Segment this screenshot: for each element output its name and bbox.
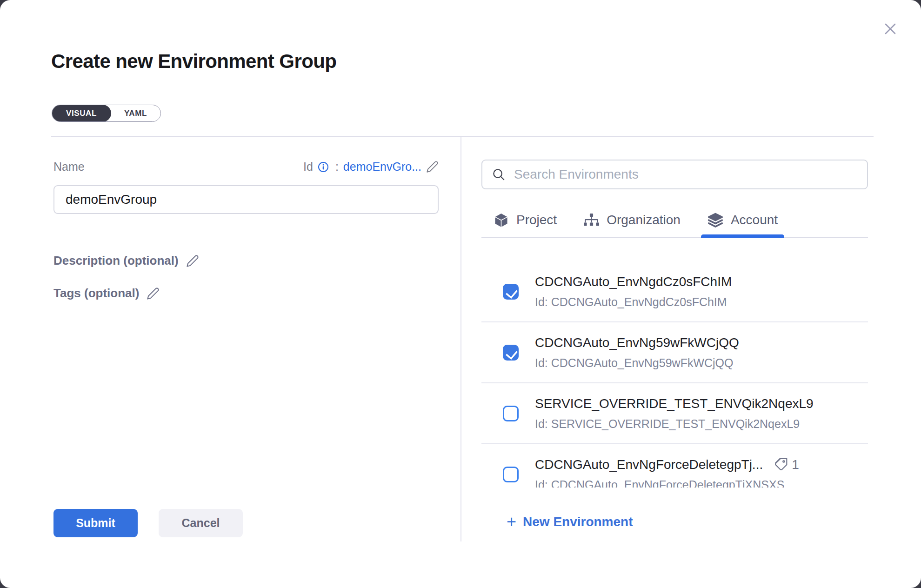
- tab-account-label: Account: [731, 213, 778, 227]
- new-environment-button[interactable]: + New Environment: [507, 514, 633, 530]
- environment-checkbox[interactable]: [503, 345, 519, 361]
- environment-checkbox[interactable]: [503, 467, 519, 482]
- pencil-icon: [186, 254, 199, 267]
- tab-organization-label: Organization: [607, 213, 681, 227]
- environment-texts: CDCNGAuto_EnvNg59wFkWCjQQ Id: CDCNGAuto_…: [535, 335, 739, 370]
- description-label: Description (optional): [53, 254, 179, 268]
- tag-icon: [773, 457, 788, 472]
- environment-row[interactable]: SERVICE_OVERRIDE_TEST_ENVQik2NqexL9 Id: …: [481, 383, 868, 444]
- edit-description-button[interactable]: [186, 254, 199, 267]
- pencil-icon: [147, 287, 160, 300]
- environment-id: Id: CDCNGAuto_EnvNg59wFkWCjQQ: [535, 356, 739, 370]
- cancel-button[interactable]: Cancel: [159, 509, 243, 537]
- pencil-icon: [426, 160, 439, 173]
- tab-organization[interactable]: Organization: [584, 203, 681, 237]
- yaml-tab[interactable]: YAML: [111, 105, 160, 121]
- environment-texts: CDCNGAuto_EnvNgForceDeletegpTj... 1 Id: …: [535, 457, 799, 488]
- info-icon[interactable]: [318, 161, 329, 173]
- tag-count: 1: [792, 457, 799, 472]
- visual-tab[interactable]: VISUAL: [52, 105, 111, 122]
- name-id-row: Name Id : demoEnvGro...: [53, 160, 439, 174]
- scope-tabs: Project Organization Account: [481, 203, 868, 238]
- environment-name: CDCNGAuto_EnvNgForceDeletegpTj...: [535, 457, 763, 472]
- environment-texts: CDCNGAuto_EnvNgdCz0sFChIM Id: CDCNGAuto_…: [535, 274, 732, 309]
- edit-tags-button[interactable]: [147, 287, 160, 300]
- id-value[interactable]: demoEnvGro...: [343, 160, 421, 174]
- description-row: Description (optional): [53, 254, 199, 268]
- search-environments-input[interactable]: [514, 167, 858, 182]
- environment-row[interactable]: CDCNGAuto_EnvNg59wFkWCjQQ Id: CDCNGAuto_…: [481, 322, 868, 383]
- name-label: Name: [53, 160, 85, 174]
- search-box: [481, 160, 868, 189]
- tag-badge: 1: [773, 457, 799, 472]
- edit-id-button[interactable]: [426, 160, 439, 173]
- environment-checkbox[interactable]: [503, 406, 519, 421]
- tags-row: Tags (optional): [53, 286, 160, 301]
- environment-id: Id: SERVICE_OVERRIDE_TEST_ENVQik2NqexL9: [535, 417, 814, 431]
- tab-project-label: Project: [516, 213, 557, 227]
- form-actions: Submit Cancel: [53, 509, 243, 537]
- environment-id: Id: CDCNGAuto_EnvNgForceDeletegpTjXNSXS: [535, 478, 799, 488]
- header-divider: [51, 136, 874, 137]
- close-button[interactable]: [880, 19, 901, 39]
- layers-icon: [707, 212, 723, 228]
- plus-icon: +: [507, 514, 516, 530]
- pane-divider: [460, 137, 461, 541]
- environment-list: CDCNGAuto_EnvNgdCz0sFChIM Id: CDCNGAuto_…: [481, 238, 868, 488]
- create-environment-group-modal: Create new Environment Group VISUAL YAML…: [0, 0, 921, 588]
- environment-name: CDCNGAuto_EnvNgdCz0sFChIM: [535, 274, 732, 289]
- page-title: Create new Environment Group: [51, 50, 336, 73]
- name-input[interactable]: [53, 185, 439, 214]
- close-icon: [882, 21, 898, 37]
- search-icon: [492, 167, 506, 181]
- tags-label: Tags (optional): [53, 286, 139, 301]
- environment-id: Id: CDCNGAuto_EnvNgdCz0sFChIM: [535, 295, 732, 309]
- tab-account[interactable]: Account: [707, 203, 778, 237]
- environment-name: SERVICE_OVERRIDE_TEST_ENVQik2NqexL9: [535, 396, 814, 411]
- id-label: Id: [303, 160, 313, 174]
- cube-icon: [494, 213, 509, 228]
- environment-row[interactable]: CDCNGAuto_EnvNgForceDeletegpTj... 1 Id: …: [481, 444, 868, 488]
- submit-button[interactable]: Submit: [53, 509, 138, 537]
- environment-texts: SERVICE_OVERRIDE_TEST_ENVQik2NqexL9 Id: …: [535, 396, 814, 431]
- new-environment-label: New Environment: [523, 514, 633, 529]
- org-hierarchy-icon: [584, 213, 599, 228]
- environment-row[interactable]: CDCNGAuto_EnvNgdCz0sFChIM Id: CDCNGAuto_…: [481, 261, 868, 322]
- id-colon: :: [335, 160, 339, 174]
- id-row: Id : demoEnvGro...: [303, 160, 439, 174]
- environment-name: CDCNGAuto_EnvNg59wFkWCjQQ: [535, 335, 739, 350]
- tab-project[interactable]: Project: [494, 203, 557, 237]
- visual-yaml-toggle: VISUAL YAML: [52, 105, 161, 122]
- environment-checkbox[interactable]: [503, 284, 519, 300]
